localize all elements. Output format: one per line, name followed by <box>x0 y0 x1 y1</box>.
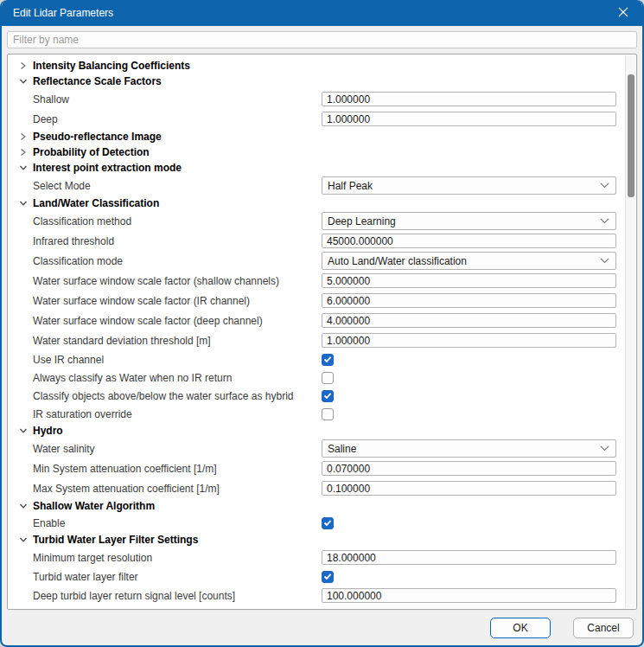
parameter-label: Infrared threshold <box>33 235 114 247</box>
parameter-label: Water salinity <box>33 443 95 455</box>
chevron-down-icon[interactable] <box>17 536 29 543</box>
value-input[interactable] <box>322 550 616 565</box>
ok-button[interactable]: OK <box>490 618 551 638</box>
cancel-button[interactable]: Cancel <box>573 618 634 638</box>
dropdown-selected-value: Deep Learning <box>328 215 600 227</box>
parameter-control <box>322 571 616 583</box>
parameter-control <box>322 481 616 496</box>
group-row: Intensity Balancing Coefficients <box>8 58 624 74</box>
parameter-label: Min System attenuation coefficient [1/m] <box>33 463 217 475</box>
parameter-control <box>322 408 616 420</box>
group-row: Pseudo-reflectance Image <box>8 129 624 144</box>
parameter-label: Water surface window scale factor (shall… <box>33 275 279 287</box>
group-label: Reflectance Scale Factors <box>33 75 162 87</box>
scrollbar-thumb[interactable] <box>628 74 634 197</box>
chevron-down-icon <box>600 258 609 264</box>
value-input[interactable] <box>322 588 616 603</box>
group-row: Interest point extraction mode <box>8 160 624 176</box>
parameter-control <box>322 461 616 476</box>
chevron-right-icon[interactable] <box>17 61 29 70</box>
checkbox-checked[interactable] <box>322 354 334 366</box>
value-input[interactable] <box>322 481 616 496</box>
chevron-right-icon[interactable] <box>17 148 29 157</box>
checkbox-unchecked[interactable] <box>322 372 334 384</box>
dropdown-select[interactable]: Half Peak <box>322 176 616 195</box>
dropdown-select[interactable]: Saline <box>322 439 616 458</box>
value-input[interactable] <box>322 92 616 106</box>
dropdown-select[interactable]: Auto Land/Water classification <box>322 252 616 270</box>
parameter-control: Saline <box>322 439 616 458</box>
group-label: Intensity Balancing Coefficients <box>33 60 190 72</box>
parameter-row: Classification modeAuto Land/Water class… <box>8 251 624 271</box>
group-row: Shallow Water Algorithm <box>8 498 624 514</box>
chevron-down-icon[interactable] <box>17 164 29 171</box>
checkbox-checked[interactable] <box>322 390 334 402</box>
checkbox-unchecked[interactable] <box>322 408 334 420</box>
parameter-label: Turbid water layer filter <box>33 571 138 583</box>
parameter-row: Enable <box>8 514 624 532</box>
chevron-right-icon[interactable] <box>17 132 29 141</box>
button-row: OK Cancel <box>7 610 637 646</box>
parameter-control <box>322 354 616 366</box>
dropdown-select[interactable]: Deep Learning <box>322 212 616 230</box>
value-input[interactable] <box>322 313 616 328</box>
filter-input[interactable] <box>7 31 637 48</box>
parameter-control: Deep Learning <box>322 212 616 230</box>
parameter-control <box>322 333 616 348</box>
checkbox-checked[interactable] <box>322 517 334 529</box>
parameter-row: Classification methodDeep Learning <box>8 211 624 231</box>
parameter-row: Minimum target resolution <box>8 548 624 567</box>
parameter-control <box>322 293 616 308</box>
value-input[interactable] <box>322 461 616 476</box>
value-input[interactable] <box>322 273 616 288</box>
group-label: Probability of Detection <box>33 146 150 158</box>
dialog-body: Intensity Balancing CoefficientsReflecta… <box>2 26 642 646</box>
parameter-row: IR saturation override <box>8 405 624 423</box>
group-label: Hydro <box>33 425 63 437</box>
parameter-label: IR saturation override <box>33 408 132 420</box>
group-label: Shallow Water Algorithm <box>33 500 155 512</box>
title-bar: Edit Lidar Parameters <box>2 0 642 26</box>
value-input[interactable] <box>322 293 616 308</box>
parameter-control <box>322 372 616 384</box>
parameter-control <box>322 273 616 288</box>
parameter-label: Classify objects above/below the water s… <box>33 390 293 402</box>
parameter-row: Use IR channel <box>8 350 624 368</box>
parameter-row: Infrared threshold <box>8 231 624 251</box>
parameter-row: Max System attenuation coefficient [1/m] <box>8 478 624 498</box>
parameter-row: Always classify as Water when no IR retu… <box>8 368 624 387</box>
parameter-label: Water standard deviation threshold [m] <box>33 335 211 347</box>
parameter-label: Use IR channel <box>33 354 104 366</box>
parameter-row: Min System attenuation coefficient [1/m] <box>8 458 624 478</box>
close-icon <box>618 5 628 21</box>
parameter-row: Water surface window scale factor (shall… <box>8 271 624 291</box>
chevron-down-icon[interactable] <box>17 200 29 207</box>
close-button[interactable] <box>603 0 642 26</box>
parameter-label: Always classify as Water when no IR retu… <box>33 372 232 384</box>
parameter-row: Select ModeHalf Peak <box>8 176 624 195</box>
checkbox-checked[interactable] <box>322 571 334 583</box>
parameter-control <box>322 588 616 603</box>
parameter-row: Water surface window scale factor (deep … <box>8 311 624 330</box>
parameter-label: Classification mode <box>33 255 123 267</box>
value-input[interactable] <box>322 112 616 126</box>
chevron-down-icon[interactable] <box>17 427 29 434</box>
value-input[interactable] <box>322 333 616 348</box>
parameter-label: Water surface window scale factor (IR ch… <box>33 295 250 307</box>
parameter-row: Water surface window scale factor (IR ch… <box>8 291 624 311</box>
chevron-down-icon <box>600 445 609 452</box>
dropdown-selected-value: Auto Land/Water classification <box>328 255 600 267</box>
dropdown-selected-value: Saline <box>328 443 600 455</box>
checkmark-icon <box>323 573 332 580</box>
group-label: Pseudo-reflectance Image <box>33 131 162 143</box>
checkmark-icon <box>323 392 332 400</box>
parameter-label: Shallow <box>33 93 69 106</box>
chevron-down-icon[interactable] <box>17 503 29 509</box>
vertical-scrollbar[interactable] <box>625 55 635 608</box>
chevron-down-icon[interactable] <box>17 78 29 85</box>
value-input[interactable] <box>322 234 616 248</box>
group-row: Probability of Detection <box>8 144 624 160</box>
parameter-label: Deep turbid layer return signal level [c… <box>33 590 235 602</box>
parameter-control <box>322 112 616 126</box>
group-label: Land/Water Classification <box>33 197 159 209</box>
